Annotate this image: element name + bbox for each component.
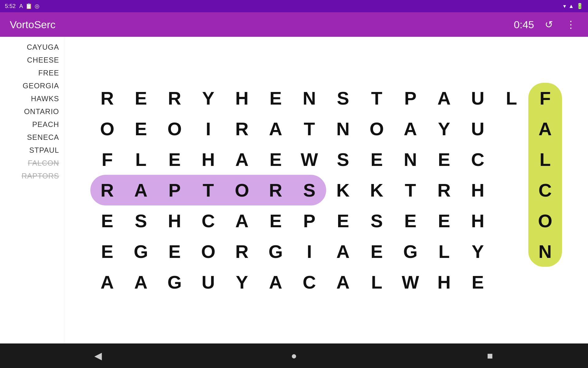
grid-cell[interactable]: E — [90, 205, 124, 236]
grid-cell[interactable] — [495, 236, 528, 267]
grid-cell[interactable]: T — [191, 175, 225, 205]
grid-cell[interactable]: E — [259, 144, 292, 175]
grid-cell[interactable]: F — [90, 144, 124, 175]
grid-cell[interactable]: S — [360, 205, 394, 236]
grid-cell[interactable]: I — [292, 236, 326, 267]
grid-cell[interactable]: R — [158, 83, 191, 113]
grid-cell[interactable] — [528, 267, 562, 297]
grid-cell[interactable]: W — [292, 144, 326, 175]
home-button[interactable]: ● — [282, 343, 306, 368]
grid-cell[interactable]: L — [528, 144, 562, 175]
grid-cell[interactable] — [495, 113, 528, 144]
grid-cell[interactable]: S — [292, 175, 326, 205]
grid-cell[interactable]: E — [259, 83, 292, 113]
grid-cell[interactable]: Y — [191, 83, 225, 113]
grid-cell[interactable]: R — [90, 83, 124, 113]
grid-cell[interactable]: A — [124, 267, 158, 297]
grid-cell[interactable]: O — [158, 113, 191, 144]
grid-cell[interactable]: P — [158, 175, 191, 205]
grid-cell[interactable]: H — [461, 175, 495, 205]
grid-cell[interactable]: K — [326, 175, 360, 205]
grid-cell[interactable]: N — [292, 83, 326, 113]
grid-cell[interactable]: S — [124, 205, 158, 236]
grid-cell[interactable]: E — [360, 144, 394, 175]
grid-cell[interactable]: O — [90, 113, 124, 144]
grid-cell[interactable]: A — [124, 175, 158, 205]
grid-cell[interactable]: L — [427, 236, 461, 267]
grid-cell[interactable]: S — [326, 144, 360, 175]
grid-cell[interactable]: L — [124, 144, 158, 175]
grid-cell[interactable]: C — [191, 205, 225, 236]
grid-cell[interactable]: E — [90, 236, 124, 267]
grid-cell[interactable]: H — [158, 205, 191, 236]
grid-cell[interactable]: S — [326, 83, 360, 113]
back-button[interactable]: ◀ — [86, 343, 110, 368]
grid-cell[interactable]: E — [461, 267, 495, 297]
grid-cell[interactable]: O — [360, 113, 394, 144]
grid-cell[interactable]: R — [427, 175, 461, 205]
grid-cell[interactable] — [495, 205, 528, 236]
grid-cell[interactable]: L — [360, 267, 394, 297]
grid-cell[interactable]: G — [259, 236, 292, 267]
grid-cell[interactable]: K — [360, 175, 394, 205]
grid-cell[interactable]: A — [259, 267, 292, 297]
grid-cell[interactable]: R — [225, 236, 259, 267]
grid-cell[interactable]: H — [225, 83, 259, 113]
recents-button[interactable]: ■ — [478, 343, 502, 368]
grid-cell[interactable]: O — [528, 205, 562, 236]
grid-cell[interactable]: H — [427, 267, 461, 297]
grid-cell[interactable]: G — [158, 267, 191, 297]
grid-cell[interactable]: A — [225, 205, 259, 236]
grid-cell[interactable]: A — [326, 236, 360, 267]
grid-cell[interactable]: R — [90, 175, 124, 205]
grid-cell[interactable]: U — [461, 83, 495, 113]
grid-cell[interactable]: E — [360, 236, 394, 267]
grid-cell[interactable]: E — [259, 205, 292, 236]
grid-cell[interactable]: O — [191, 236, 225, 267]
grid-cell[interactable]: H — [461, 205, 495, 236]
grid-cell[interactable]: P — [292, 205, 326, 236]
grid-cell[interactable]: T — [360, 83, 394, 113]
grid-cell[interactable]: Y — [427, 113, 461, 144]
grid-cell[interactable]: E — [124, 83, 158, 113]
grid-cell[interactable]: A — [427, 83, 461, 113]
grid-cell[interactable]: U — [191, 267, 225, 297]
grid-cell[interactable]: E — [158, 144, 191, 175]
grid-cell[interactable] — [495, 175, 528, 205]
grid-cell[interactable]: N — [394, 144, 427, 175]
word-search-grid[interactable]: RERYHENSTPAULFOEOIRATNOAYUAFLEHAEWSENECL… — [90, 83, 562, 297]
grid-cell[interactable]: O — [225, 175, 259, 205]
grid-cell[interactable]: W — [394, 267, 427, 297]
grid-cell[interactable]: Y — [461, 236, 495, 267]
grid-cell[interactable]: G — [394, 236, 427, 267]
grid-cell[interactable]: N — [528, 236, 562, 267]
grid-cell[interactable] — [495, 144, 528, 175]
grid-cell[interactable]: F — [528, 83, 562, 113]
grid-cell[interactable]: A — [225, 144, 259, 175]
grid-cell[interactable]: I — [191, 113, 225, 144]
grid-cell[interactable]: E — [326, 205, 360, 236]
grid-cell[interactable]: R — [225, 113, 259, 144]
grid-cell[interactable]: A — [326, 267, 360, 297]
grid-cell[interactable]: A — [394, 113, 427, 144]
grid-cell[interactable]: C — [461, 144, 495, 175]
grid-cell[interactable]: H — [191, 144, 225, 175]
grid-cell[interactable]: E — [124, 113, 158, 144]
grid-cell[interactable]: T — [292, 113, 326, 144]
menu-button[interactable]: ⋮ — [564, 17, 578, 32]
grid-cell[interactable]: T — [394, 175, 427, 205]
grid-cell[interactable]: E — [427, 205, 461, 236]
grid-cell[interactable]: E — [158, 236, 191, 267]
grid-cell[interactable]: E — [394, 205, 427, 236]
grid-cell[interactable]: G — [124, 236, 158, 267]
grid-cell[interactable]: P — [394, 83, 427, 113]
refresh-button[interactable]: ↺ — [541, 17, 556, 32]
grid-cell[interactable]: A — [528, 113, 562, 144]
grid-cell[interactable]: L — [495, 83, 528, 113]
grid-cell[interactable]: C — [528, 175, 562, 205]
grid-cell[interactable]: A — [90, 267, 124, 297]
grid-cell[interactable]: R — [259, 175, 292, 205]
grid-cell[interactable]: U — [461, 113, 495, 144]
grid-cell[interactable]: Y — [225, 267, 259, 297]
grid-cell[interactable]: N — [326, 113, 360, 144]
